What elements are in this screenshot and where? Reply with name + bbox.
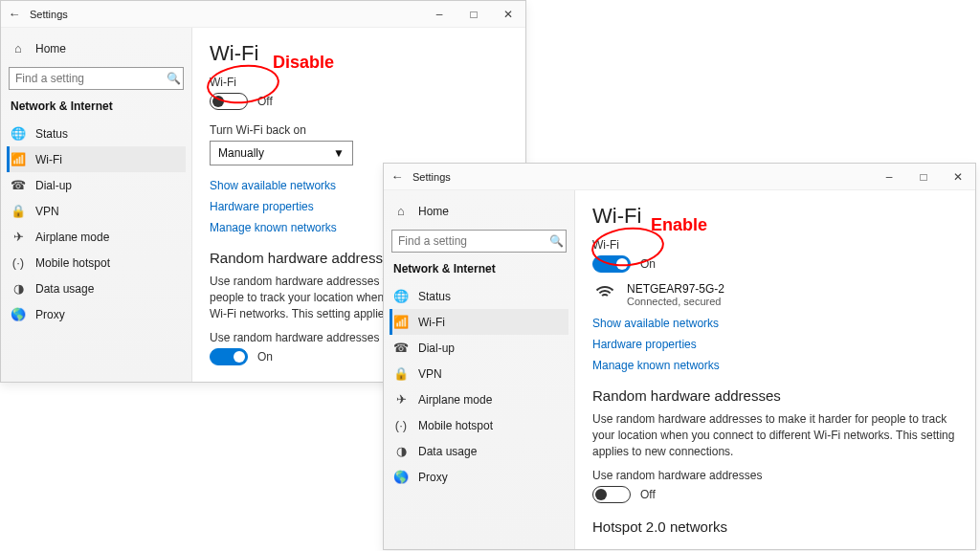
sidebar-item-datausage[interactable]: ◑ Data usage: [390, 438, 568, 464]
page-title: Wi-Fi: [210, 41, 508, 66]
random-hw-heading: Random hardware addresses: [592, 387, 958, 404]
back-button[interactable]: ←: [1, 7, 28, 21]
settings-window-enable: ← Settings – □ ✕ ⌂ Home 🔍 Network & Inte…: [383, 163, 976, 550]
search-input[interactable]: [10, 72, 165, 85]
search-icon: 🔍: [547, 234, 566, 248]
network-name: NETGEAR97-5G-2: [627, 282, 724, 296]
search-input[interactable]: [392, 234, 547, 248]
network-status: Connected, secured: [627, 296, 724, 307]
sidebar-home[interactable]: ⌂ Home: [7, 35, 186, 61]
random-toggle[interactable]: [592, 486, 631, 503]
sidebar-item-vpn[interactable]: 🔒 VPN: [7, 198, 186, 224]
search-box[interactable]: 🔍: [9, 67, 184, 90]
turn-back-on-dropdown[interactable]: Manually ▼: [210, 141, 353, 165]
maximize-button[interactable]: □: [906, 164, 941, 190]
sidebar-item-label: Mobile hotspot: [418, 419, 493, 432]
search-box[interactable]: 🔍: [391, 230, 567, 253]
sidebar-item-label: Proxy: [35, 308, 65, 321]
wifi-toggle[interactable]: [592, 255, 631, 273]
vpn-icon: 🔒: [393, 366, 409, 381]
sidebar-section-title: Network & Internet: [393, 262, 565, 276]
chevron-down-icon: ▼: [333, 146, 345, 160]
sidebar-item-airplane[interactable]: ✈ Airplane mode: [7, 224, 186, 250]
sidebar-item-airplane[interactable]: ✈ Airplane mode: [390, 386, 568, 412]
sidebar-item-label: Status: [418, 290, 451, 303]
dialup-icon: ☎: [393, 341, 409, 355]
wifi-toggle-state: Off: [257, 95, 273, 108]
sidebar-item-label: Mobile hotspot: [35, 256, 110, 270]
proxy-icon: 🌎: [393, 470, 409, 484]
close-button[interactable]: ✕: [941, 164, 975, 190]
dropdown-value: Manually: [218, 146, 264, 160]
datausage-icon: ◑: [11, 281, 26, 296]
hotspot-icon: (·): [11, 255, 26, 270]
sidebar-item-dialup[interactable]: ☎ Dial-up: [390, 335, 568, 361]
sidebar-item-label: Wi-Fi: [418, 316, 445, 329]
sidebar-item-hotspot[interactable]: (·) Mobile hotspot: [390, 412, 568, 438]
sidebar: ⌂ Home 🔍 Network & Internet 🌐 Status 📶 W…: [384, 190, 575, 549]
content-area: Wi-Fi Wi-Fi On NETGEAR97-5G-2 Connected,…: [575, 190, 975, 549]
wifi-icon: 📶: [11, 152, 26, 166]
maximize-button[interactable]: □: [457, 1, 491, 28]
sidebar-item-label: Airplane mode: [35, 231, 109, 244]
hotspot2-heading: Hotspot 2.0 networks: [592, 518, 958, 535]
sidebar-item-status[interactable]: 🌐 Status: [390, 283, 568, 309]
sidebar-item-vpn[interactable]: 🔒 VPN: [390, 361, 568, 386]
window-title: Settings: [411, 171, 451, 183]
wifi-toggle-state: On: [640, 257, 656, 271]
hotspot-icon: (·): [393, 418, 409, 432]
page-title: Wi-Fi: [592, 204, 958, 229]
titlebar: ← Settings – □ ✕: [1, 1, 525, 28]
dialup-icon: ☎: [11, 178, 26, 192]
sidebar-item-label: Data usage: [35, 282, 94, 296]
wifi-icon: 📶: [393, 315, 409, 329]
search-icon: 🔍: [165, 72, 183, 85]
sidebar-item-label: Dial-up: [35, 179, 72, 192]
link-manage-networks[interactable]: Manage known networks: [592, 359, 958, 372]
sidebar-home[interactable]: ⌂ Home: [390, 198, 568, 224]
wifi-toggle[interactable]: [210, 93, 248, 110]
sidebar-item-status[interactable]: 🌐 Status: [7, 121, 186, 146]
link-show-networks[interactable]: Show available networks: [592, 317, 958, 330]
sidebar-item-wifi[interactable]: 📶 Wi-Fi: [7, 146, 186, 172]
sidebar: ⌂ Home 🔍 Network & Internet 🌐 Status 📶 W…: [1, 28, 192, 382]
link-hardware-properties[interactable]: Hardware properties: [592, 338, 958, 351]
sidebar-item-proxy[interactable]: 🌎 Proxy: [7, 301, 186, 327]
wifi-signal-icon: [592, 286, 617, 303]
datausage-icon: ◑: [393, 444, 409, 458]
sidebar-item-label: Status: [35, 127, 68, 141]
sidebar-item-label: Airplane mode: [418, 393, 492, 407]
airplane-icon: ✈: [393, 392, 409, 407]
sidebar-item-label: Proxy: [418, 471, 448, 484]
sidebar-section-title: Network & Internet: [11, 99, 182, 113]
close-button[interactable]: ✕: [491, 1, 525, 28]
use-random-label: Use random hardware addresses: [592, 469, 958, 482]
home-label: Home: [35, 42, 66, 55]
airplane-icon: ✈: [11, 230, 26, 244]
vpn-icon: 🔒: [11, 204, 26, 218]
window-title: Settings: [28, 9, 68, 20]
sidebar-item-label: Data usage: [418, 445, 477, 458]
random-toggle-state: On: [257, 350, 273, 364]
wifi-label: Wi-Fi: [210, 76, 508, 89]
minimize-button[interactable]: –: [872, 164, 906, 190]
titlebar: ← Settings – □ ✕: [384, 164, 975, 190]
status-icon: 🌐: [393, 289, 409, 303]
sidebar-item-dialup[interactable]: ☎ Dial-up: [7, 172, 186, 198]
sidebar-item-label: VPN: [35, 205, 59, 218]
random-toggle-state: Off: [640, 488, 656, 501]
turn-back-on-label: Turn Wi-Fi back on: [210, 123, 508, 137]
sidebar-item-wifi[interactable]: 📶 Wi-Fi: [390, 309, 568, 335]
connected-network[interactable]: NETGEAR97-5G-2 Connected, secured: [592, 282, 958, 307]
proxy-icon: 🌎: [11, 307, 26, 321]
sidebar-item-label: Wi-Fi: [35, 153, 62, 166]
minimize-button[interactable]: –: [422, 1, 457, 28]
home-icon: ⌂: [393, 204, 409, 218]
sidebar-item-label: Dial-up: [418, 342, 455, 355]
sidebar-item-proxy[interactable]: 🌎 Proxy: [390, 464, 568, 490]
sidebar-item-hotspot[interactable]: (·) Mobile hotspot: [7, 250, 186, 276]
random-toggle[interactable]: [210, 348, 248, 365]
sidebar-item-datausage[interactable]: ◑ Data usage: [7, 276, 186, 301]
random-hw-desc: Use random hardware addresses to make it…: [592, 411, 958, 459]
back-button[interactable]: ←: [384, 169, 411, 184]
